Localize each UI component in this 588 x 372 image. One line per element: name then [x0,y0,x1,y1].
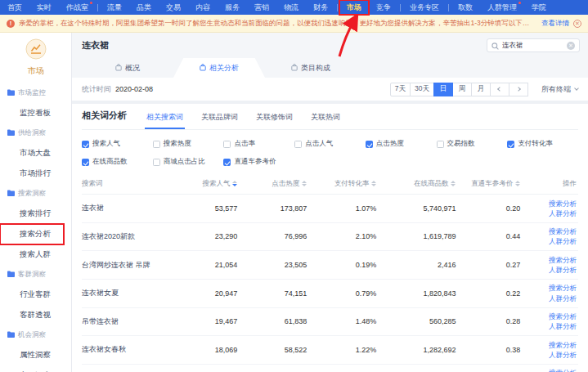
nav-item-内容[interactable]: 内容 [188,0,218,15]
checkbox-checked-icon[interactable] [366,141,373,148]
checkbox-icon[interactable] [153,141,160,148]
range-button-月[interactable]: 月 [471,83,491,96]
clear-icon[interactable]: ✕ [567,42,575,50]
sidebar-item-搜索分析[interactable]: 搜索分析 [0,224,64,244]
sidebar-item-搜索人群[interactable]: 搜索人群 [0,244,71,265]
sidebar-item-产品洞察[interactable]: 产品洞察 [0,365,71,372]
nav-item-流量[interactable]: 流量 [100,0,129,15]
nav-item-品类[interactable]: 品类 [129,0,159,15]
col-header-直通车参考价[interactable]: 直通车参考价 [469,174,533,195]
checkbox-icon[interactable] [153,159,160,166]
filter-商城点击占比[interactable]: 商城点击占比 [153,157,224,167]
nav-item-竞争[interactable]: 竞争 [369,0,398,15]
range-button-30天[interactable]: 30天 [410,83,434,96]
table-row: 连衣裙2020新款23,29076,9962.10%1,619,7890.44搜… [82,222,578,251]
filter-支付转化率[interactable]: 支付转化率 [507,139,578,149]
action-link-人群分析[interactable]: 人群分析 [533,350,577,360]
sidebar-item-市场大盘[interactable]: 市场大盘 [0,143,71,164]
sidebar-section-机会洞察[interactable]: 机会洞察 [0,325,71,345]
sort-icon[interactable] [302,181,307,186]
close-icon[interactable]: ✕ [573,20,581,28]
nav-item-业务专区[interactable]: 业务专区 [402,0,447,15]
col-header-支付转化率[interactable]: 支付转化率 [320,174,389,195]
checkbox-checked-icon[interactable] [82,159,89,166]
sidebar-item-行业客群[interactable]: 行业客群 [0,285,71,305]
sidebar-item-客群透视[interactable]: 客群透视 [0,305,71,325]
prev-button[interactable] [490,83,509,96]
col-header-在线商品数[interactable]: 在线商品数 [389,174,469,195]
sort-icon[interactable] [515,181,520,186]
checkbox-checked-icon[interactable] [82,141,89,148]
cell-metric: 1,820,843 [389,279,469,307]
action-link-搜索分析[interactable]: 搜索分析 [533,199,577,208]
action-link-搜索分析[interactable]: 搜索分析 [533,226,577,236]
nav-item-市场[interactable]: 市场 [339,0,369,15]
sort-icon[interactable] [371,181,376,186]
filter-点击热度[interactable]: 点击热度 [366,139,437,149]
sidebar-item-属性洞察[interactable]: 属性洞察 [0,345,71,365]
nav-item-营销[interactable]: 营销 [247,0,276,15]
sidebar-item-监控看板[interactable]: 监控看板 [0,103,71,123]
tab-相关分析[interactable]: 相关分析 [173,58,265,78]
nav-item-学院[interactable]: 学院 [524,0,554,15]
range-button-日[interactable]: 日 [433,83,453,96]
notice-detail-link[interactable]: 查看详情 [541,19,569,29]
checkbox-checked-icon[interactable] [223,159,231,166]
filter-点击人气[interactable]: 点击人气 [294,139,366,149]
action-link-搜索分析[interactable]: 搜索分析 [533,311,577,321]
nav-item-作战室[interactable]: 作战室 [59,0,96,15]
action-link-搜索分析[interactable]: 搜索分析 [533,283,577,293]
cell-metric: 173,807 [250,195,320,223]
next-button[interactable] [509,83,528,96]
subtab-关联修饰词[interactable]: 关联修饰词 [254,109,294,129]
nav-item-取数[interactable]: 取数 [451,0,480,15]
col-header-搜索人气[interactable]: 搜索人气 [186,174,250,195]
sidebar-section-供给洞察[interactable]: 供给洞察 [0,123,71,143]
search-input[interactable] [502,42,559,50]
filter-搜索人气[interactable]: 搜索人气 [82,139,153,149]
range-button-周[interactable]: 周 [452,83,472,96]
checkbox-icon[interactable] [294,141,302,148]
checkbox-icon[interactable] [223,141,231,148]
nav-item-物流[interactable]: 物流 [276,0,306,15]
filter-交易指数[interactable]: 交易指数 [437,139,508,149]
nav-item-交易[interactable]: 交易 [159,0,188,15]
cell-keyword: 连衣裙2020新款 [82,222,186,251]
tab-概况[interactable]: 概况 [82,58,173,78]
nav-item-实时[interactable]: 实时 [29,0,59,15]
sort-icon[interactable] [232,181,237,186]
action-link-人群分析[interactable]: 人群分析 [533,208,577,218]
col-header-点击热度[interactable]: 点击热度 [250,174,320,195]
filter-直通车参考价[interactable]: 直通车参考价 [223,157,294,167]
nav-item-财务[interactable]: 财务 [306,0,335,15]
range-button-7天[interactable]: 7天 [390,83,411,96]
sidebar-section-市场监控[interactable]: 市场监控 [0,83,71,103]
action-link-搜索分析[interactable]: 搜索分析 [533,255,577,265]
nav-item-服务[interactable]: 服务 [218,0,247,15]
cell-metric: 58,522 [250,336,320,365]
filter-搜索热度[interactable]: 搜索热度 [153,139,224,149]
subtab-相关搜索词[interactable]: 相关搜索词 [145,109,185,129]
sidebar-section-客群洞察[interactable]: 客群洞察 [0,265,71,285]
sidebar-item-搜索排行[interactable]: 搜索排行 [0,204,71,224]
action-link-人群分析[interactable]: 人群分析 [533,294,577,303]
subtab-关联热词[interactable]: 关联热词 [309,109,342,129]
sidebar-item-市场排行[interactable]: 市场排行 [0,164,71,184]
action-link-人群分析[interactable]: 人群分析 [533,265,577,275]
subtab-关联品牌词[interactable]: 关联品牌词 [200,109,240,129]
action-link-人群分析[interactable]: 人群分析 [533,321,577,331]
checkbox-icon[interactable] [437,141,444,148]
nav-item-人群管理[interactable]: 人群管理 [480,0,524,15]
sort-icon[interactable] [451,181,456,186]
checkbox-checked-icon[interactable] [507,141,514,148]
action-link-搜索分析[interactable]: 搜索分析 [533,368,577,372]
filter-点击率[interactable]: 点击率 [223,139,294,149]
tab-类目构成[interactable]: 类目构成 [265,58,357,78]
terminal-dropdown[interactable]: 所有终端 [541,84,578,95]
cell-metric: 18,008 [186,364,250,372]
nav-item-首页[interactable]: 首页 [0,0,29,15]
sidebar-section-搜索洞察[interactable]: 搜索洞察 [0,184,71,204]
filter-在线商品数[interactable]: 在线商品数 [82,157,153,167]
action-link-搜索分析[interactable]: 搜索分析 [533,340,577,350]
action-link-人群分析[interactable]: 人群分析 [533,236,577,246]
